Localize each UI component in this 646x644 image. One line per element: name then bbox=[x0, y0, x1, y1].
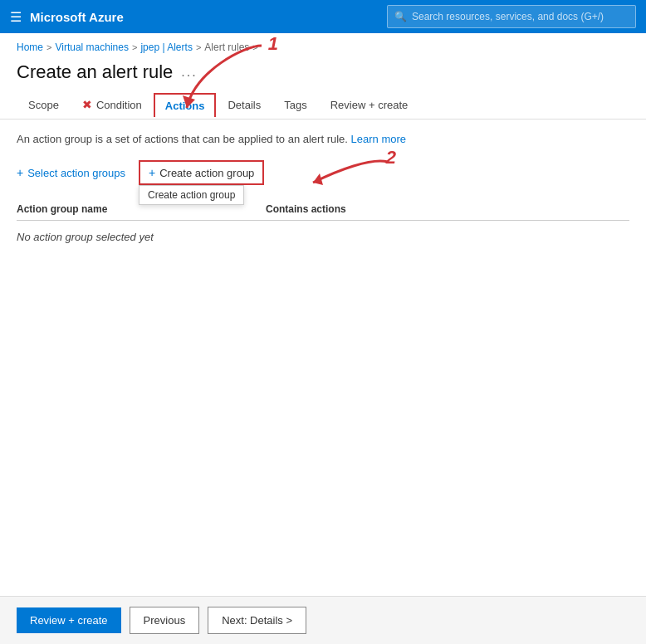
tab-condition[interactable]: ✖ Condition bbox=[71, 91, 154, 120]
review-create-button[interactable]: Review + create bbox=[17, 607, 121, 633]
content-area: An action group is a set of actions that… bbox=[0, 120, 646, 266]
page-title: Create an alert rule bbox=[17, 61, 173, 83]
tab-condition-label: Condition bbox=[96, 99, 142, 111]
info-paragraph: An action group is a set of actions that… bbox=[17, 133, 629, 145]
info-text-static: An action group is a set of actions that… bbox=[17, 133, 348, 145]
previous-button[interactable]: Previous bbox=[130, 607, 200, 634]
tab-scope-label: Scope bbox=[28, 99, 59, 111]
search-bar[interactable]: 🔍 Search resources, services, and docs (… bbox=[387, 5, 636, 28]
breadcrumb-sep-4: > bbox=[252, 42, 257, 52]
tab-details[interactable]: Details bbox=[216, 92, 272, 120]
breadcrumb-home[interactable]: Home bbox=[17, 41, 43, 53]
breadcrumb-vms[interactable]: Virtual machines bbox=[55, 41, 129, 53]
next-details-button[interactable]: Next: Details > bbox=[208, 607, 306, 634]
bottom-bar: Review + create Previous Next: Details > bbox=[0, 596, 646, 644]
breadcrumb-current: Alert rules bbox=[204, 41, 249, 53]
breadcrumb-sep-2: > bbox=[132, 42, 137, 52]
tab-tags[interactable]: Tags bbox=[272, 92, 318, 120]
tab-review-create[interactable]: Review + create bbox=[319, 92, 420, 120]
condition-error-icon: ✖ bbox=[82, 98, 92, 111]
tooltip: Create action group bbox=[139, 185, 244, 205]
breadcrumb-sep-3: > bbox=[196, 42, 201, 52]
brand-name: Microsoft Azure bbox=[30, 10, 124, 24]
create-plus-icon: + bbox=[149, 166, 155, 179]
action-buttons-row: + Select action groups + Create action g… bbox=[17, 160, 629, 185]
hamburger-icon[interactable]: ☰ bbox=[10, 9, 22, 25]
annotation-2: 2 bbox=[386, 147, 396, 168]
top-navigation: ☰ Microsoft Azure 🔍 Search resources, se… bbox=[0, 0, 646, 33]
table-header: Action group name Contains actions bbox=[17, 198, 629, 221]
ellipsis-button[interactable]: ... bbox=[181, 65, 197, 80]
breadcrumb-alerts[interactable]: jpep | Alerts bbox=[140, 41, 192, 53]
tab-tags-label: Tags bbox=[284, 99, 306, 111]
select-plus-icon: + bbox=[17, 166, 23, 179]
tab-actions-label: Actions bbox=[165, 100, 205, 112]
create-action-group-label: Create action group bbox=[159, 167, 254, 179]
page-title-row: Create an alert rule ... bbox=[0, 58, 646, 91]
tooltip-text: Create action group bbox=[148, 189, 235, 201]
select-action-groups-label: Select action groups bbox=[27, 167, 125, 179]
breadcrumb-sep-1: > bbox=[46, 42, 51, 52]
tab-details-label: Details bbox=[228, 99, 261, 111]
breadcrumb: Home > Virtual machines > jpep | Alerts … bbox=[0, 33, 646, 58]
col-action-group-name: Action group name bbox=[17, 203, 266, 215]
tabs-row: Scope ✖ Condition Actions Details Tags R… bbox=[0, 91, 646, 120]
learn-more-link[interactable]: Learn more bbox=[351, 133, 406, 145]
tab-scope[interactable]: Scope bbox=[17, 92, 71, 120]
search-icon: 🔍 bbox=[394, 11, 407, 22]
col-contains-actions: Contains actions bbox=[266, 203, 346, 215]
annotation-container: 1 + Select action groups + Create action… bbox=[17, 160, 629, 253]
svg-marker-1 bbox=[313, 173, 323, 185]
create-action-group-container: + Create action group Create action grou… bbox=[139, 160, 264, 185]
create-action-group-button[interactable]: + Create action group bbox=[139, 160, 264, 185]
search-placeholder: Search resources, services, and docs (G+… bbox=[412, 11, 604, 22]
select-action-groups-button[interactable]: + Select action groups bbox=[17, 166, 125, 179]
tab-actions[interactable]: Actions bbox=[154, 93, 217, 117]
empty-table-message: No action group selected yet bbox=[17, 221, 629, 253]
tab-review-create-label: Review + create bbox=[330, 99, 409, 111]
